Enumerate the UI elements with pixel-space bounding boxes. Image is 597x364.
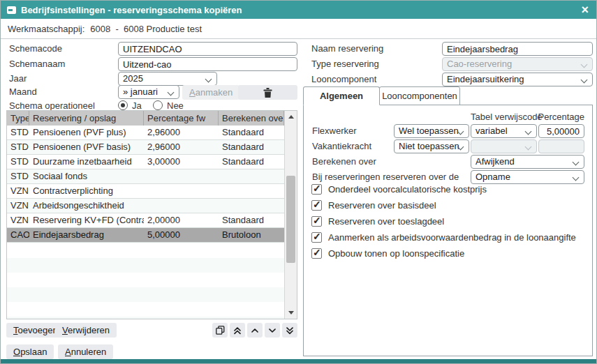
chevron-down-icon	[581, 77, 588, 84]
col-header-reservering[interactable]: Reservering / opslag	[29, 111, 144, 126]
table-scrollbar[interactable]	[284, 111, 297, 319]
cell-type: STD	[7, 155, 29, 169]
naam-reservering-label: Naam reservering	[311, 42, 383, 56]
naam-reservering-input[interactable]	[442, 42, 593, 56]
radio-ja[interactable]	[118, 100, 128, 110]
checkbox-arbeidsvoorwaardenbedrag[interactable]	[311, 232, 322, 243]
table-body: STD Pensioenen (PVF plus) 2,96000 Standa…	[7, 126, 284, 243]
type-reservering-value: Cao-reservering	[447, 59, 512, 69]
cell-type: VZN	[7, 184, 29, 198]
jaar-label: Jaar	[9, 72, 27, 86]
schemacode-input[interactable]	[118, 42, 297, 56]
berekenen-over-select[interactable]: Afwijkend	[471, 155, 584, 169]
cell-name: Contractverplichting	[29, 184, 144, 198]
vakantiekracht-label: Vakantiekracht	[312, 139, 371, 153]
chevron-down-icon	[573, 159, 580, 166]
copy-row-button[interactable]	[212, 323, 228, 338]
cell-over: Standaard	[219, 126, 284, 139]
checkbox-basisdeel-label: Reserveren over basisdeel	[328, 199, 436, 211]
table-row-selected[interactable]: CAO Eindejaarsbedrag 5,00000 Brutoloon	[7, 228, 284, 243]
looncomponent-value: Eindejaarsuitkering	[447, 74, 524, 84]
reserveringen-table: Type Reservering / opslag Percentage fw …	[6, 110, 297, 319]
cell-over	[219, 199, 284, 213]
cell-over	[219, 184, 284, 198]
annuleren-button[interactable]: Annuleren	[58, 344, 113, 359]
flexwerker-verwijscode-select[interactable]: variabel	[471, 124, 537, 138]
flexwerker-toepassen-value: Wel toepassen	[399, 126, 459, 136]
flexwerker-percentage-input[interactable]	[538, 124, 584, 138]
table-row[interactable]: STD Sociaal fonds	[7, 169, 284, 184]
tab-algemeen[interactable]: Algemeen	[303, 86, 380, 105]
trash-icon	[263, 88, 272, 98]
table-row[interactable]: VZN Arbeidsongeschiktheid	[7, 199, 284, 213]
vakantiekracht-toepassen-value: Niet toepassen	[399, 141, 459, 151]
move-bottom-button[interactable]	[282, 323, 297, 338]
vakantiekracht-verwijscode-select	[471, 139, 537, 153]
move-up-button[interactable]	[247, 323, 263, 338]
schemanaam-input[interactable]	[118, 57, 297, 71]
schemanaam-label: Schemanaam	[9, 57, 65, 71]
scroll-down-icon[interactable]	[285, 308, 297, 318]
col-header-berekenen[interactable]: Berekenen over	[219, 111, 284, 126]
chevron-down-icon	[525, 144, 532, 151]
scroll-up-icon[interactable]	[285, 112, 297, 122]
bij-reserveringen-label: Bij reserveringen reserveren over de	[312, 170, 459, 184]
delete-schema-button[interactable]	[238, 85, 297, 100]
copy-icon	[216, 326, 225, 335]
checkbox-arbeidsvoorwaardenbedrag-label: Aanmerken als arbeidsvoorwaardenbedrag i…	[328, 232, 576, 243]
maand-value: » januari	[123, 86, 158, 97]
cell-name: Reservering KV+FD (Contract...	[29, 213, 144, 227]
checkbox-voorcalculatorische[interactable]	[311, 184, 322, 195]
cell-type: STD	[7, 140, 29, 154]
chevron-up-icon	[251, 326, 259, 335]
move-down-button[interactable]	[265, 323, 280, 338]
cell-pct	[144, 169, 219, 183]
algemeen-panel: Tabel verwijscode Percentage Flexwerker …	[303, 105, 593, 356]
checkbox-toeslagdeel[interactable]	[311, 216, 322, 227]
maand-select[interactable]: » januari	[118, 85, 179, 99]
window-bottom-border	[1, 359, 596, 363]
jaar-select[interactable]: 2025	[118, 72, 217, 86]
col-header-type[interactable]: Type	[7, 111, 29, 126]
cell-over: Brutoloon	[219, 228, 284, 242]
looncomponent-select[interactable]: Eindejaarsuitkering	[442, 73, 593, 86]
table-row[interactable]: STD Pensioenen (PVF plus) 2,96000 Standa…	[7, 126, 284, 140]
radio-nee[interactable]	[153, 100, 163, 110]
cell-name: Eindejaarsbedrag	[29, 228, 144, 242]
table-row[interactable]: STD Pensioenen (PVF basis) 2,96000 Stand…	[7, 140, 284, 155]
cell-type: CAO	[7, 228, 29, 242]
close-icon[interactable]: ×	[580, 3, 590, 16]
table-row[interactable]: VZN Reservering KV+FD (Contract... 2,000…	[7, 213, 284, 228]
flexwerker-toepassen-select[interactable]: Wel toepassen	[394, 124, 469, 138]
table-row[interactable]: STD Duurzame inzetbaarheid 3,00000 Stand…	[7, 155, 284, 169]
dialog-title: Bedrijfsinstellingen - reserveringsschem…	[21, 5, 242, 15]
tab-looncomponenten[interactable]: Looncomponenten	[379, 86, 460, 105]
scrollbar-thumb[interactable]	[286, 176, 295, 263]
dialog-window: Bedrijfsinstellingen - reserveringsschem…	[0, 0, 597, 364]
flexwerker-verwijscode-value: variabel	[476, 126, 508, 136]
cell-type: VZN	[7, 213, 29, 227]
cell-over: Standaard	[219, 140, 284, 154]
verwijderen-button[interactable]: Verwijderen	[55, 323, 117, 338]
table-empty-area	[7, 243, 284, 319]
checkbox-toeslagdeel-label: Reserveren over toeslagdeel	[328, 215, 444, 227]
aanmaken-button: Aanmaken	[182, 85, 239, 100]
chevron-down-icon	[168, 89, 175, 96]
cell-type: STD	[7, 126, 29, 139]
type-reservering-label: Type reservering	[311, 57, 379, 71]
double-chevron-up-icon	[233, 326, 242, 335]
checkbox-opbouw-tonen[interactable]	[311, 248, 322, 259]
checkbox-basisdeel[interactable]	[311, 200, 322, 211]
cell-pct	[144, 199, 219, 213]
chevron-down-icon	[268, 326, 277, 335]
cell-pct: 2,96000	[144, 140, 219, 154]
move-top-button[interactable]	[230, 323, 245, 338]
opslaan-button[interactable]: Opslaan	[6, 344, 54, 359]
col-header-percentage[interactable]: Percentage fw	[144, 111, 219, 126]
bij-reserveringen-select[interactable]: Opname	[471, 170, 584, 184]
type-reservering-select: Cao-reservering	[442, 57, 593, 71]
cell-name: Pensioenen (PVF plus)	[29, 126, 144, 139]
table-row[interactable]: VZN Contractverplichting	[7, 184, 284, 199]
table-header-row: Type Reservering / opslag Percentage fw …	[7, 111, 297, 126]
vakantiekracht-toepassen-select[interactable]: Niet toepassen	[394, 139, 469, 153]
